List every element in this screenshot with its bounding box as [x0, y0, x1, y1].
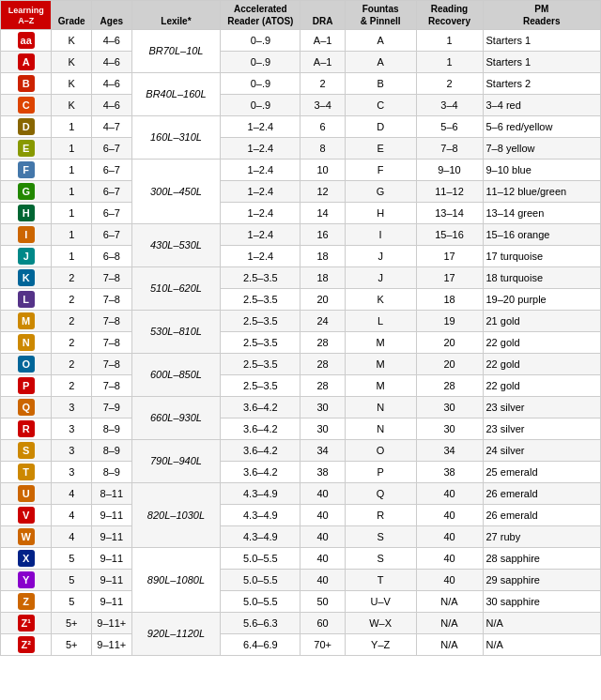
atos-cell: 3.6–4.2 — [221, 462, 300, 483]
ages-cell: 7–8 — [92, 354, 132, 375]
rr-cell: N/A — [416, 591, 483, 613]
atos-cell: 5.0–5.5 — [221, 570, 300, 591]
grade-cell: 2 — [52, 289, 92, 311]
grade-cell: 1 — [52, 224, 92, 246]
ages-cell: 4–6 — [92, 95, 132, 116]
pm-cell: Starters 1 — [483, 52, 601, 73]
pm-cell: 23 silver — [483, 397, 601, 418]
grade-cell: 1 — [52, 246, 92, 267]
table-row: D14–7160L–310L1–2.46D5–65–6 red/yellow — [1, 116, 601, 138]
lexile-cell: 660L–930L — [131, 397, 221, 440]
laz-cell: M — [1, 311, 52, 332]
grade-cell: 5 — [52, 570, 92, 591]
atos-cell: 4.3–4.9 — [221, 505, 300, 526]
atos-cell: 2.5–3.5 — [221, 354, 300, 375]
dra-cell: 30 — [300, 397, 345, 418]
fp-cell: I — [345, 224, 416, 246]
fp-cell: R — [345, 505, 416, 526]
atos-cell: 3.6–4.2 — [221, 397, 300, 418]
dra-cell: 40 — [300, 570, 345, 591]
laz-cell: Z² — [1, 634, 52, 656]
pm-cell: 24 silver — [483, 440, 601, 462]
ages-cell: 4–6 — [92, 52, 132, 73]
grade-cell: 2 — [52, 375, 92, 397]
rr-cell: 34 — [416, 440, 483, 462]
atos-cell: 0–.9 — [221, 95, 300, 116]
ages-cell: 8–11 — [92, 483, 132, 505]
rr-cell: 17 — [416, 246, 483, 267]
dra-cell: 18 — [300, 246, 345, 267]
table-row: Z²5+9–11+6.4–6.970+Y–ZN/AN/A — [1, 634, 601, 656]
fp-cell: N — [345, 418, 416, 440]
header-lexile: Lexile* — [131, 1, 221, 30]
atos-cell: 0–.9 — [221, 30, 300, 52]
laz-cell: H — [1, 203, 52, 224]
pm-cell: 30 sapphire — [483, 591, 601, 613]
table-row: K27–8510L–620L2.5–3.518J1718 turquoise — [1, 267, 601, 289]
lexile-cell: 530L–810L — [131, 311, 221, 354]
pm-cell: 29 sapphire — [483, 570, 601, 591]
grade-cell: 4 — [52, 483, 92, 505]
ages-cell: 6–7 — [92, 138, 132, 160]
table-row: U48–11820L–1030L4.3–4.940Q4026 emerald — [1, 483, 601, 505]
header-ages: Ages — [92, 1, 132, 30]
grade-cell: 2 — [52, 354, 92, 375]
pm-cell: 26 emerald — [483, 483, 601, 505]
header-dra: DRA — [300, 1, 345, 30]
dra-cell: 2 — [300, 73, 345, 95]
rr-cell: N/A — [416, 634, 483, 656]
rr-cell: N/A — [416, 613, 483, 634]
grade-cell: 5+ — [52, 613, 92, 634]
ages-cell: 6–7 — [92, 224, 132, 246]
dra-cell: 28 — [300, 375, 345, 397]
atos-cell: 2.5–3.5 — [221, 267, 300, 289]
table-row: F16–7300L–450L1–2.410F9–109–10 blue — [1, 160, 601, 181]
laz-cell: N — [1, 332, 52, 354]
ages-cell: 7–8 — [92, 375, 132, 397]
fp-cell: K — [345, 289, 416, 311]
dra-cell: 30 — [300, 418, 345, 440]
dra-cell: 40 — [300, 548, 345, 570]
laz-cell: aa — [1, 30, 52, 52]
rr-cell: 1 — [416, 30, 483, 52]
rr-cell: 2 — [416, 73, 483, 95]
dra-cell: 40 — [300, 483, 345, 505]
pm-cell: 21 gold — [483, 311, 601, 332]
pm-cell: N/A — [483, 634, 601, 656]
rr-cell: 3–4 — [416, 95, 483, 116]
fp-cell: F — [345, 160, 416, 181]
table-row: Z59–115.0–5.550U–VN/A30 sapphire — [1, 591, 601, 613]
table-row: E16–71–2.48E7–87–8 yellow — [1, 138, 601, 160]
ages-cell: 8–9 — [92, 418, 132, 440]
grade-cell: 1 — [52, 116, 92, 138]
atos-cell: 6.4–6.9 — [221, 634, 300, 656]
pm-cell: Starters 2 — [483, 73, 601, 95]
laz-cell: W — [1, 526, 52, 548]
rr-cell: 40 — [416, 505, 483, 526]
pm-cell: 9–10 blue — [483, 160, 601, 181]
header-grade: Grade — [52, 1, 92, 30]
laz-cell: U — [1, 483, 52, 505]
dra-cell: 34 — [300, 440, 345, 462]
grade-cell: 3 — [52, 440, 92, 462]
table-row: P27–82.5–3.528M2822 gold — [1, 375, 601, 397]
pm-cell: 17 turquoise — [483, 246, 601, 267]
rr-cell: 40 — [416, 548, 483, 570]
fp-cell: C — [345, 95, 416, 116]
grade-cell: 3 — [52, 418, 92, 440]
pm-cell: 5–6 red/yellow — [483, 116, 601, 138]
dra-cell: 20 — [300, 289, 345, 311]
ages-cell: 9–11+ — [92, 634, 132, 656]
pm-cell: Starters 1 — [483, 30, 601, 52]
ages-cell: 7–9 — [92, 397, 132, 418]
atos-cell: 1–2.4 — [221, 224, 300, 246]
lexile-cell: BR40L–160L — [131, 73, 221, 116]
grade-cell: 4 — [52, 505, 92, 526]
rr-cell: 20 — [416, 354, 483, 375]
rr-cell: 13–14 — [416, 203, 483, 224]
laz-cell: G — [1, 181, 52, 203]
fp-cell: J — [345, 267, 416, 289]
laz-cell: L — [1, 289, 52, 311]
laz-cell: Z¹ — [1, 613, 52, 634]
rr-cell: 38 — [416, 462, 483, 483]
